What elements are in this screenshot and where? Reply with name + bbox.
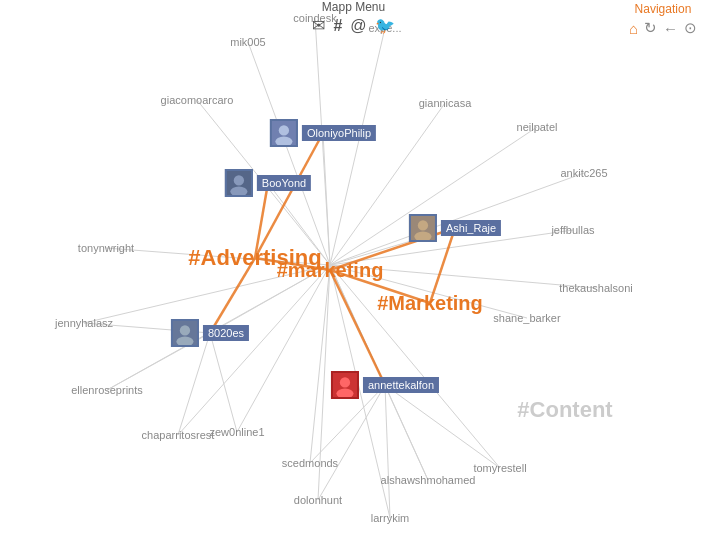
svg-point-46 — [418, 220, 428, 230]
node-giannicasa: giannicasa — [419, 97, 472, 109]
nav-label: Navigation — [635, 2, 692, 16]
avatar-oloniyo — [270, 119, 298, 147]
username-booyond: BooYond — [257, 175, 311, 191]
hashtag-marketing-lower[interactable]: #marketing — [277, 259, 384, 282]
node-alshawshmohamed: alshawshmohamed — [381, 474, 476, 486]
node-scedmonds: scedmonds — [282, 457, 338, 469]
svg-point-47 — [414, 231, 431, 241]
svg-line-16 — [178, 265, 330, 435]
envelope-icon[interactable]: ✉ — [312, 16, 325, 35]
node-zew0nline1: zew0nline1 — [209, 426, 264, 438]
node-ankitc265: ankitc265 — [560, 167, 607, 179]
svg-line-26 — [318, 385, 385, 500]
node-thekaushalsoni: thekaushalsoni — [559, 282, 632, 294]
svg-point-49 — [176, 336, 193, 346]
username-oloniyo: OloniyoPhilip — [302, 125, 376, 141]
avatar-ashi-raje — [409, 214, 437, 242]
username-ashi-raje: Ashi_Raje — [441, 220, 501, 236]
top-bar: Mapp Menu ✉ # @ 🐦 Navigation ⌂ ↻ ← ⊙ — [0, 0, 707, 45]
username-8020es: 8020es — [203, 325, 249, 341]
user-node-8020es[interactable]: 8020es — [171, 319, 249, 347]
user-node-annettekalfon[interactable]: annettekalfon — [331, 371, 439, 399]
node-ellenroseprints: ellenroseprints — [71, 384, 143, 396]
svg-line-6 — [330, 127, 537, 265]
refresh-icon[interactable]: ↻ — [644, 19, 657, 37]
node-larrykim: larrykim — [371, 512, 410, 524]
avatar-booyond — [225, 169, 253, 197]
at-icon[interactable]: @ — [350, 17, 366, 35]
svg-point-50 — [340, 377, 350, 387]
node-neilpatel: neilpatel — [517, 121, 558, 133]
node-giacomoarcaro: giacomoarcaro — [161, 94, 234, 106]
node-shane-barker: shane_barker — [493, 312, 560, 324]
node-jennyhalasz: jennyhalasz — [55, 317, 113, 329]
clock-icon[interactable]: ⊙ — [684, 19, 697, 37]
mapp-menu-label: Mapp Menu — [322, 0, 385, 14]
user-node-booyond[interactable]: BooYond — [225, 169, 311, 197]
node-jeffbullas: jeffbullas — [551, 224, 594, 236]
user-node-oloniyo[interactable]: OloniyoPhilip — [270, 119, 376, 147]
twitter-icon[interactable]: 🐦 — [375, 16, 395, 35]
svg-point-48 — [180, 325, 190, 335]
svg-point-44 — [234, 175, 244, 185]
node-tomyrestell: tomyrestell — [473, 462, 526, 474]
hashtag-menu-icon[interactable]: # — [333, 17, 342, 35]
node-dolonhunt: dolonhunt — [294, 494, 342, 506]
svg-point-45 — [230, 186, 247, 196]
svg-point-43 — [275, 136, 292, 146]
avatar-8020es — [171, 319, 199, 347]
node-tonynwright: tonynwright — [78, 242, 134, 254]
home-icon[interactable]: ⌂ — [629, 20, 638, 37]
nav-section: Navigation ⌂ ↻ ← ⊙ — [629, 2, 697, 37]
hashtag-content[interactable]: #Content — [517, 397, 612, 423]
svg-line-38 — [330, 270, 385, 385]
mapp-menu: Mapp Menu ✉ # @ 🐦 — [312, 0, 394, 35]
hashtag-marketing-upper[interactable]: #Marketing — [377, 292, 483, 315]
mapp-menu-icons: ✉ # @ 🐦 — [312, 16, 394, 35]
node-chaparritosrest: chaparritosrest — [142, 429, 215, 441]
svg-line-3 — [323, 133, 330, 265]
nav-icons: ⌂ ↻ ← ⊙ — [629, 19, 697, 37]
svg-point-42 — [279, 125, 289, 135]
svg-line-32 — [210, 333, 237, 432]
svg-point-51 — [336, 388, 353, 398]
back-icon[interactable]: ← — [663, 20, 678, 37]
avatar-annettekalfon — [331, 371, 359, 399]
svg-line-27 — [385, 385, 428, 480]
username-annettekalfon: annettekalfon — [363, 377, 439, 393]
user-node-ashi-raje[interactable]: Ashi_Raje — [409, 214, 501, 242]
